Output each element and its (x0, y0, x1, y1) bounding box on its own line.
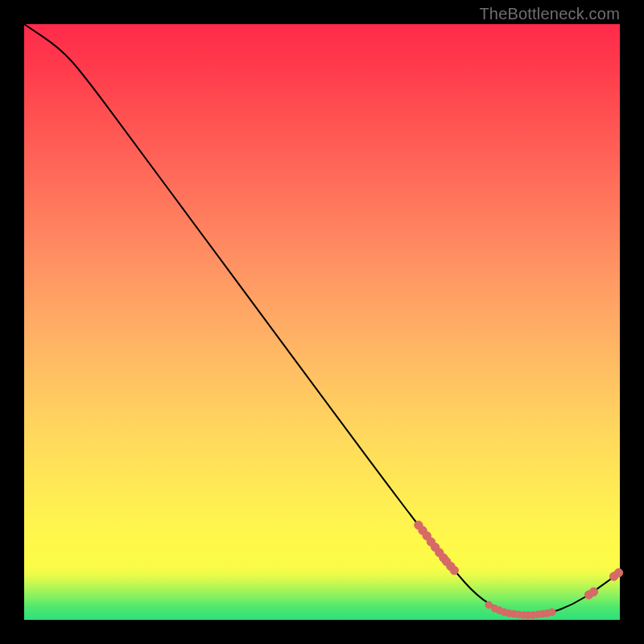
data-curve (24, 24, 620, 615)
marker-dot (450, 566, 458, 574)
watermark-label: TheBottleneck.com (479, 5, 620, 23)
marker-dot (548, 609, 555, 616)
marker-dot (614, 568, 622, 576)
chart-overlay (24, 24, 620, 620)
chart-container: TheBottleneck.com (0, 0, 644, 644)
marker-dot (589, 588, 597, 596)
marker-group (415, 521, 623, 618)
